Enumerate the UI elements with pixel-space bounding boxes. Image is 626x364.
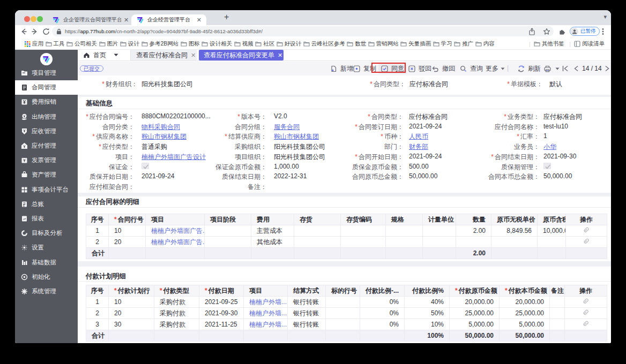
svg-text:$: $ xyxy=(23,203,25,207)
